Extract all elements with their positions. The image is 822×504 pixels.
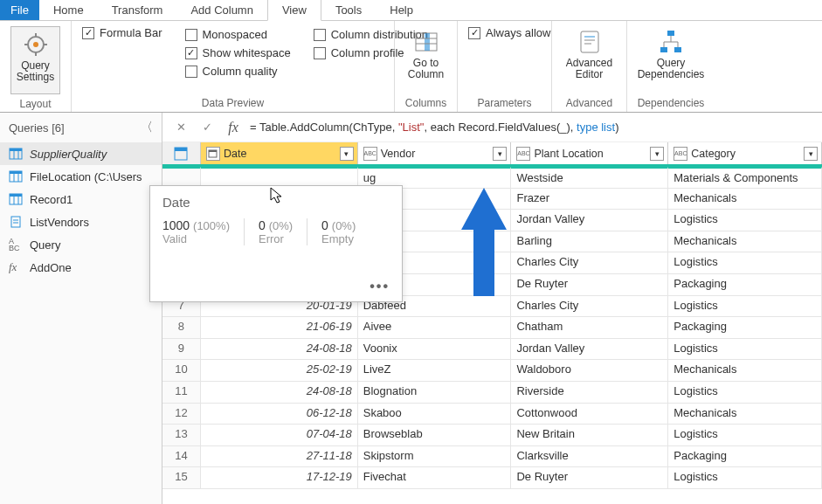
cell[interactable]: Mechanicals (668, 360, 822, 382)
query-item-record1[interactable]: Record1 (0, 188, 162, 211)
column-dropdown-icon[interactable]: ▾ (804, 147, 818, 161)
cell[interactable]: Logistics (668, 339, 822, 361)
cell[interactable]: Blognation (358, 382, 512, 404)
query-item-addone[interactable]: fxAddOne (0, 256, 162, 279)
menu-file[interactable]: File (0, 0, 39, 20)
table-row[interactable]: 1517-12-19FivechatDe RuyterLogistics (162, 467, 822, 489)
column-header-date[interactable]: Date▾ (201, 142, 358, 164)
formula-bar-check[interactable]: Formula Bar (82, 26, 162, 39)
cell[interactable]: 07-04-18 (201, 425, 358, 446)
column-dropdown-icon[interactable]: ▾ (493, 147, 507, 161)
cell[interactable]: Cottonwood (511, 404, 668, 425)
cell[interactable]: 27-11-18 (201, 446, 358, 468)
cell[interactable]: Jordan Valley (511, 339, 668, 361)
cell[interactable]: New Britain (511, 425, 668, 446)
cell[interactable]: Mechanicals (668, 231, 822, 253)
fx-icon[interactable]: fx (224, 120, 243, 135)
table-row[interactable]: 1124-08-18BlognationRiversideLogistics (162, 382, 822, 404)
cell[interactable]: 8 (162, 317, 201, 339)
cell[interactable]: Waldoboro (511, 360, 668, 382)
cell[interactable]: Logistics (668, 425, 822, 446)
menu-transform[interactable]: Transform (98, 0, 177, 20)
cell[interactable]: Logistics (668, 467, 822, 489)
cell[interactable]: 12 (162, 404, 201, 425)
query-item-filelocation-c-users[interactable]: FileLocation (C:\Users (0, 165, 162, 188)
query-settings-button[interactable]: Query Settings (10, 26, 60, 94)
cell[interactable]: Charles City (511, 296, 668, 318)
cell[interactable]: Voonix (358, 339, 512, 361)
goto-column-button[interactable]: Go to Column (405, 26, 446, 80)
tooltip-more-icon[interactable]: ••• (370, 279, 390, 294)
column-quality-check[interactable]: Column quality (185, 65, 291, 78)
table-row[interactable]: 1427-11-18SkipstormClarksvillePackaging (162, 446, 822, 468)
cell[interactable]: Riverside (511, 382, 668, 404)
table-row[interactable]: 924-08-18VoonixJordan ValleyLogistics (162, 339, 822, 361)
menu-help[interactable]: Help (376, 0, 427, 20)
query-item-query[interactable]: ABCQuery (0, 233, 162, 256)
cell[interactable]: 06-12-18 (201, 404, 358, 425)
cell[interactable]: Fivechat (358, 467, 512, 489)
cancel-formula-button[interactable]: ✕ (171, 121, 190, 134)
cell[interactable]: Westside (511, 167, 668, 189)
cell[interactable]: 21-06-19 (201, 317, 358, 339)
rownum-header[interactable] (162, 142, 201, 164)
column-dropdown-icon[interactable]: ▾ (650, 147, 664, 161)
cell[interactable]: LiveZ (358, 360, 512, 382)
cell[interactable]: Charles City (511, 252, 668, 274)
cell[interactable]: 15 (162, 467, 201, 489)
cell[interactable]: Logistics (668, 210, 822, 231)
cell[interactable]: 10 (162, 360, 201, 382)
collapse-sidebar-icon[interactable]: 〈 (141, 120, 153, 135)
cell[interactable]: Skaboo (358, 404, 512, 425)
query-dependencies-button[interactable]: Query Dependencies (644, 26, 698, 80)
monospaced-check[interactable]: Monospaced (185, 28, 291, 41)
cell[interactable]: 24-08-18 (201, 382, 358, 404)
menu-addcolumn[interactable]: Add Column (176, 0, 267, 20)
table-row[interactable]: 1206-12-18SkabooCottonwoodMechanicals (162, 404, 822, 425)
cell[interactable]: Clarksville (511, 446, 668, 468)
menu-view[interactable]: View (267, 0, 321, 21)
cell[interactable]: Frazer (511, 189, 668, 211)
always-allow-check[interactable]: Always allow (468, 26, 550, 39)
menu-tools[interactable]: Tools (321, 0, 376, 20)
query-item-supplierquality[interactable]: SupplierQuality (0, 142, 162, 165)
cell[interactable]: Logistics (668, 382, 822, 404)
cell[interactable]: 13 (162, 425, 201, 446)
column-header-plant[interactable]: ABCPlant Location▾ (511, 142, 668, 164)
formula-input[interactable]: = Table.AddColumn(ChType, "List", each R… (250, 121, 618, 134)
cell[interactable]: Logistics (668, 252, 822, 274)
confirm-formula-button[interactable]: ✓ (197, 121, 217, 134)
group-advanced-label: Advanced (552, 95, 626, 112)
cell[interactable]: Chatham (511, 317, 668, 339)
cell[interactable]: De Ruyter (511, 274, 668, 296)
column-dropdown-icon[interactable]: ▾ (340, 147, 354, 161)
table-row[interactable]: 821-06-19AiveeChathamPackaging (162, 317, 822, 339)
table-row[interactable]: 1307-04-18BrowseblabNew BritainLogistics (162, 425, 822, 446)
query-item-listvendors[interactable]: ListVendors (0, 211, 162, 233)
table-row[interactable]: 1025-02-19LiveZWaldoboroMechanicals (162, 360, 822, 382)
cell[interactable]: Aivee (358, 317, 512, 339)
advanced-editor-button[interactable]: Advanced Editor (563, 26, 616, 80)
cell[interactable]: Browseblab (358, 425, 512, 446)
cell[interactable]: Logistics (668, 296, 822, 318)
cell[interactable]: Jordan Valley (511, 210, 668, 231)
cell[interactable]: Skipstorm (358, 446, 512, 468)
column-header-vendor[interactable]: ABCVendor▾ (358, 142, 512, 164)
cell[interactable]: 11 (162, 382, 201, 404)
cell[interactable]: Packaging (668, 317, 822, 339)
cell[interactable]: 25-02-19 (201, 360, 358, 382)
cell[interactable]: 24-08-18 (201, 339, 358, 361)
cell[interactable]: De Ruyter (511, 467, 668, 489)
cell[interactable]: 14 (162, 446, 201, 468)
column-header-category[interactable]: ABCCategory▾ (668, 142, 822, 164)
cell[interactable]: Mechanicals (668, 189, 822, 211)
cell[interactable]: Materials & Components (668, 167, 822, 189)
cell[interactable]: Mechanicals (668, 404, 822, 425)
cell[interactable]: 17-12-19 (201, 467, 358, 489)
cell[interactable]: Barling (511, 231, 668, 253)
menu-home[interactable]: Home (39, 0, 98, 20)
cell[interactable]: 9 (162, 339, 201, 361)
cell[interactable]: Packaging (668, 446, 822, 468)
show-whitespace-check[interactable]: Show whitespace (185, 46, 291, 59)
cell[interactable]: Packaging (668, 274, 822, 296)
